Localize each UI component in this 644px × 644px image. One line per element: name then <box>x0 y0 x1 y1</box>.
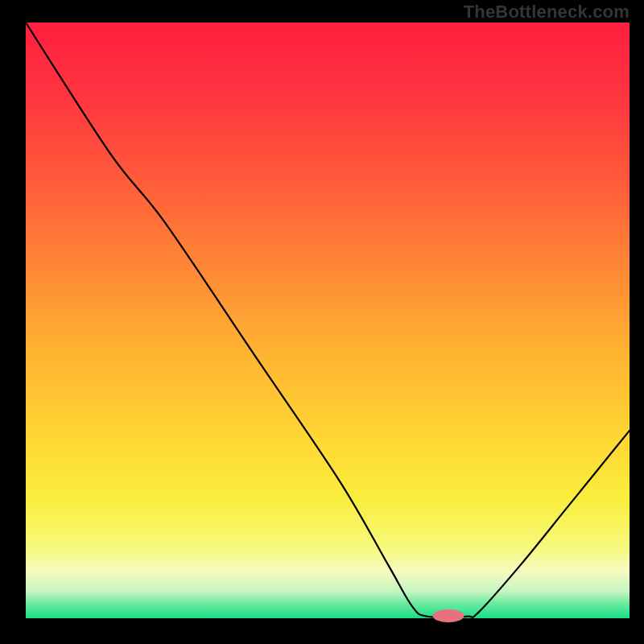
plot-background <box>26 23 630 618</box>
optimal-marker <box>433 609 464 622</box>
watermark-text: TheBottleneck.com <box>464 2 630 23</box>
bottleneck-chart <box>0 0 644 644</box>
chart-frame: TheBottleneck.com <box>0 0 644 644</box>
